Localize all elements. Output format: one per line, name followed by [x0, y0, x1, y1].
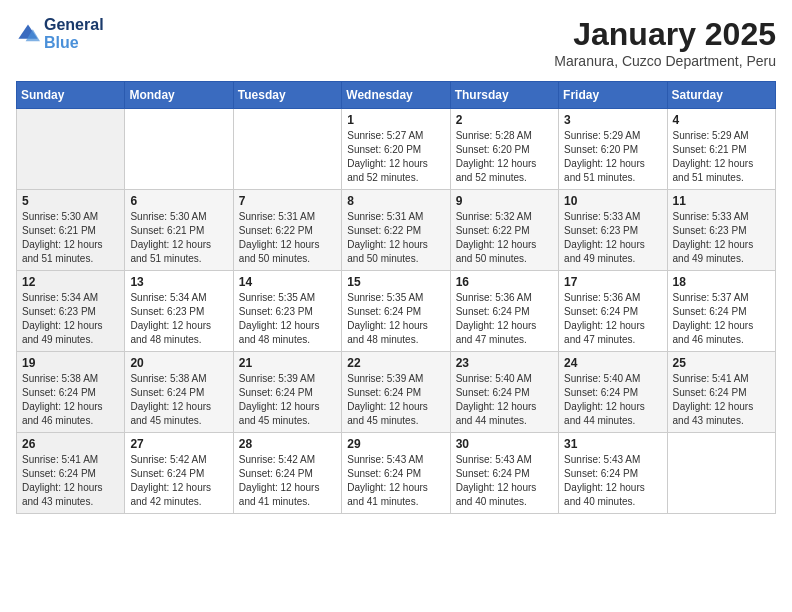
day-info: Sunrise: 5:34 AMSunset: 6:23 PMDaylight:… [22, 291, 119, 347]
day-info: Sunrise: 5:30 AMSunset: 6:21 PMDaylight:… [130, 210, 227, 266]
day-info: Sunrise: 5:38 AMSunset: 6:24 PMDaylight:… [22, 372, 119, 428]
calendar-cell: 24Sunrise: 5:40 AMSunset: 6:24 PMDayligh… [559, 352, 667, 433]
weekday-header-thursday: Thursday [450, 82, 558, 109]
day-info: Sunrise: 5:41 AMSunset: 6:24 PMDaylight:… [673, 372, 770, 428]
day-number: 17 [564, 275, 661, 289]
calendar-cell: 23Sunrise: 5:40 AMSunset: 6:24 PMDayligh… [450, 352, 558, 433]
weekday-header-row: SundayMondayTuesdayWednesdayThursdayFrid… [17, 82, 776, 109]
day-info: Sunrise: 5:37 AMSunset: 6:24 PMDaylight:… [673, 291, 770, 347]
day-number: 16 [456, 275, 553, 289]
day-number: 6 [130, 194, 227, 208]
day-info: Sunrise: 5:43 AMSunset: 6:24 PMDaylight:… [347, 453, 444, 509]
calendar-cell: 6Sunrise: 5:30 AMSunset: 6:21 PMDaylight… [125, 190, 233, 271]
calendar-cell: 20Sunrise: 5:38 AMSunset: 6:24 PMDayligh… [125, 352, 233, 433]
weekday-header-sunday: Sunday [17, 82, 125, 109]
calendar-week-5: 26Sunrise: 5:41 AMSunset: 6:24 PMDayligh… [17, 433, 776, 514]
day-info: Sunrise: 5:43 AMSunset: 6:24 PMDaylight:… [456, 453, 553, 509]
day-info: Sunrise: 5:36 AMSunset: 6:24 PMDaylight:… [564, 291, 661, 347]
day-info: Sunrise: 5:33 AMSunset: 6:23 PMDaylight:… [673, 210, 770, 266]
calendar-cell [233, 109, 341, 190]
day-number: 21 [239, 356, 336, 370]
day-info: Sunrise: 5:31 AMSunset: 6:22 PMDaylight:… [347, 210, 444, 266]
calendar-cell: 26Sunrise: 5:41 AMSunset: 6:24 PMDayligh… [17, 433, 125, 514]
calendar-week-2: 5Sunrise: 5:30 AMSunset: 6:21 PMDaylight… [17, 190, 776, 271]
calendar-cell: 15Sunrise: 5:35 AMSunset: 6:24 PMDayligh… [342, 271, 450, 352]
day-number: 4 [673, 113, 770, 127]
calendar: SundayMondayTuesdayWednesdayThursdayFrid… [16, 81, 776, 514]
calendar-cell: 29Sunrise: 5:43 AMSunset: 6:24 PMDayligh… [342, 433, 450, 514]
calendar-cell: 12Sunrise: 5:34 AMSunset: 6:23 PMDayligh… [17, 271, 125, 352]
weekday-header-saturday: Saturday [667, 82, 775, 109]
day-info: Sunrise: 5:28 AMSunset: 6:20 PMDaylight:… [456, 129, 553, 185]
day-number: 5 [22, 194, 119, 208]
day-number: 11 [673, 194, 770, 208]
day-number: 24 [564, 356, 661, 370]
day-info: Sunrise: 5:29 AMSunset: 6:20 PMDaylight:… [564, 129, 661, 185]
calendar-cell: 16Sunrise: 5:36 AMSunset: 6:24 PMDayligh… [450, 271, 558, 352]
day-info: Sunrise: 5:30 AMSunset: 6:21 PMDaylight:… [22, 210, 119, 266]
day-number: 31 [564, 437, 661, 451]
day-number: 18 [673, 275, 770, 289]
calendar-cell: 25Sunrise: 5:41 AMSunset: 6:24 PMDayligh… [667, 352, 775, 433]
day-info: Sunrise: 5:40 AMSunset: 6:24 PMDaylight:… [456, 372, 553, 428]
title-area: January 2025 Maranura, Cuzco Department,… [554, 16, 776, 69]
day-number: 10 [564, 194, 661, 208]
day-number: 14 [239, 275, 336, 289]
day-info: Sunrise: 5:40 AMSunset: 6:24 PMDaylight:… [564, 372, 661, 428]
day-info: Sunrise: 5:29 AMSunset: 6:21 PMDaylight:… [673, 129, 770, 185]
day-info: Sunrise: 5:39 AMSunset: 6:24 PMDaylight:… [347, 372, 444, 428]
day-number: 26 [22, 437, 119, 451]
day-number: 3 [564, 113, 661, 127]
day-number: 20 [130, 356, 227, 370]
calendar-cell [667, 433, 775, 514]
day-number: 9 [456, 194, 553, 208]
day-number: 12 [22, 275, 119, 289]
day-info: Sunrise: 5:33 AMSunset: 6:23 PMDaylight:… [564, 210, 661, 266]
calendar-cell: 17Sunrise: 5:36 AMSunset: 6:24 PMDayligh… [559, 271, 667, 352]
day-info: Sunrise: 5:39 AMSunset: 6:24 PMDaylight:… [239, 372, 336, 428]
day-info: Sunrise: 5:32 AMSunset: 6:22 PMDaylight:… [456, 210, 553, 266]
month-title: January 2025 [554, 16, 776, 53]
calendar-week-3: 12Sunrise: 5:34 AMSunset: 6:23 PMDayligh… [17, 271, 776, 352]
calendar-cell: 9Sunrise: 5:32 AMSunset: 6:22 PMDaylight… [450, 190, 558, 271]
day-number: 1 [347, 113, 444, 127]
calendar-cell: 18Sunrise: 5:37 AMSunset: 6:24 PMDayligh… [667, 271, 775, 352]
calendar-cell: 27Sunrise: 5:42 AMSunset: 6:24 PMDayligh… [125, 433, 233, 514]
calendar-week-1: 1Sunrise: 5:27 AMSunset: 6:20 PMDaylight… [17, 109, 776, 190]
calendar-cell [125, 109, 233, 190]
day-info: Sunrise: 5:42 AMSunset: 6:24 PMDaylight:… [130, 453, 227, 509]
weekday-header-tuesday: Tuesday [233, 82, 341, 109]
calendar-cell: 5Sunrise: 5:30 AMSunset: 6:21 PMDaylight… [17, 190, 125, 271]
calendar-cell: 31Sunrise: 5:43 AMSunset: 6:24 PMDayligh… [559, 433, 667, 514]
day-number: 29 [347, 437, 444, 451]
day-info: Sunrise: 5:35 AMSunset: 6:23 PMDaylight:… [239, 291, 336, 347]
calendar-cell: 2Sunrise: 5:28 AMSunset: 6:20 PMDaylight… [450, 109, 558, 190]
calendar-cell: 11Sunrise: 5:33 AMSunset: 6:23 PMDayligh… [667, 190, 775, 271]
day-number: 13 [130, 275, 227, 289]
calendar-cell: 4Sunrise: 5:29 AMSunset: 6:21 PMDaylight… [667, 109, 775, 190]
logo-icon [16, 22, 40, 46]
day-info: Sunrise: 5:42 AMSunset: 6:24 PMDaylight:… [239, 453, 336, 509]
day-number: 19 [22, 356, 119, 370]
location-subtitle: Maranura, Cuzco Department, Peru [554, 53, 776, 69]
calendar-cell: 10Sunrise: 5:33 AMSunset: 6:23 PMDayligh… [559, 190, 667, 271]
day-number: 27 [130, 437, 227, 451]
calendar-cell [17, 109, 125, 190]
day-info: Sunrise: 5:43 AMSunset: 6:24 PMDaylight:… [564, 453, 661, 509]
day-number: 15 [347, 275, 444, 289]
calendar-cell: 14Sunrise: 5:35 AMSunset: 6:23 PMDayligh… [233, 271, 341, 352]
calendar-cell: 19Sunrise: 5:38 AMSunset: 6:24 PMDayligh… [17, 352, 125, 433]
day-number: 7 [239, 194, 336, 208]
day-number: 25 [673, 356, 770, 370]
calendar-week-4: 19Sunrise: 5:38 AMSunset: 6:24 PMDayligh… [17, 352, 776, 433]
header: General Blue January 2025 Maranura, Cuzc… [16, 16, 776, 69]
calendar-cell: 8Sunrise: 5:31 AMSunset: 6:22 PMDaylight… [342, 190, 450, 271]
day-number: 8 [347, 194, 444, 208]
day-number: 22 [347, 356, 444, 370]
day-info: Sunrise: 5:35 AMSunset: 6:24 PMDaylight:… [347, 291, 444, 347]
day-info: Sunrise: 5:38 AMSunset: 6:24 PMDaylight:… [130, 372, 227, 428]
day-info: Sunrise: 5:36 AMSunset: 6:24 PMDaylight:… [456, 291, 553, 347]
day-number: 30 [456, 437, 553, 451]
day-number: 28 [239, 437, 336, 451]
weekday-header-monday: Monday [125, 82, 233, 109]
